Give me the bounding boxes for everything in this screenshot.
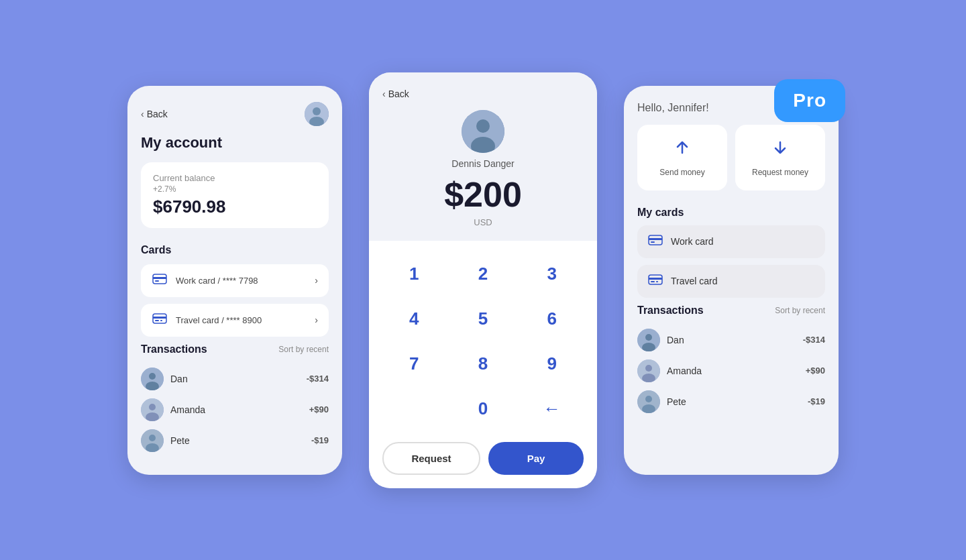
numpad-4[interactable]: 4 <box>382 299 446 339</box>
request-button[interactable]: Request <box>382 442 480 475</box>
back-label: Back <box>147 109 168 119</box>
amanda-avatar <box>141 398 164 421</box>
transaction-dan: Dan -$314 <box>141 363 329 394</box>
pete-avatar <box>141 429 164 452</box>
travel-card-label: Travel card / **** 8900 <box>176 315 307 325</box>
work-card-chevron-icon: › <box>315 275 318 286</box>
top-bar: ‹ Back <box>141 102 329 126</box>
send-back-button[interactable]: ‹ Back <box>382 89 584 99</box>
travel-card-chevron-icon: › <box>315 315 318 325</box>
svg-point-20 <box>476 119 490 133</box>
send-amount: $200 <box>382 174 584 215</box>
send-money-button[interactable]: Send money <box>637 125 727 190</box>
svg-rect-8 <box>155 320 159 321</box>
numpad: 1 2 3 4 5 6 7 8 9 0 ← <box>382 254 584 429</box>
transactions-title: Transactions <box>141 343 207 355</box>
numpad-9[interactable]: 9 <box>520 344 584 384</box>
dan-avatar-3 <box>637 329 660 351</box>
transaction-pete: Pete -$19 <box>141 425 329 456</box>
travel-card-icon-3 <box>648 274 663 288</box>
transaction-amanda: Amanda +$90 <box>141 394 329 425</box>
numpad-0[interactable]: 0 <box>451 389 515 429</box>
recipient-name: Dennis Danger <box>382 158 584 169</box>
svg-rect-7 <box>153 317 166 319</box>
work-card-label-3: Work card <box>671 236 714 247</box>
sort-button[interactable]: Sort by recent <box>278 345 329 354</box>
avatar[interactable] <box>305 102 329 126</box>
transactions-header-3: Transactions Sort by recent <box>637 304 825 317</box>
request-money-label: Request money <box>752 168 808 177</box>
amanda-amount: +$90 <box>309 404 329 414</box>
balance-amount: $6790.98 <box>153 197 317 217</box>
quick-actions: Send money Request money <box>637 125 825 190</box>
cards-section-title: Cards <box>141 244 329 256</box>
tx3-pete: Pete -$19 <box>637 386 825 417</box>
action-row: Request Pay <box>382 442 584 475</box>
amanda-avatar-3 <box>637 359 660 382</box>
pete-name: Pete <box>170 435 305 446</box>
svg-rect-23 <box>649 238 662 240</box>
travel-card-icon <box>152 313 168 327</box>
travel-card-item-3[interactable]: Travel card <box>637 265 825 298</box>
dan-amount: -$314 <box>307 374 329 384</box>
amanda-name-3: Amanda <box>667 366 799 376</box>
numpad-1[interactable]: 1 <box>382 254 446 294</box>
work-card-item-3[interactable]: Work card <box>637 225 825 258</box>
credit-card-icon <box>152 274 168 288</box>
send-money-arrow-icon <box>673 138 692 161</box>
numpad-8[interactable]: 8 <box>451 344 515 384</box>
send-money-label: Send money <box>659 168 704 177</box>
pete-name-3: Pete <box>667 396 801 407</box>
send-money-card: ‹ Back Dennis Danger $200 USD 1 2 3 4 5 … <box>369 72 597 488</box>
numpad-backspace-icon[interactable]: ← <box>520 389 584 429</box>
svg-point-33 <box>645 365 652 372</box>
svg-rect-28 <box>656 281 658 282</box>
pete-avatar-3 <box>637 390 660 413</box>
back-button[interactable]: ‹ Back <box>141 109 168 119</box>
numpad-empty <box>382 389 446 429</box>
transactions-title-3: Transactions <box>637 304 704 317</box>
transactions-header: Transactions Sort by recent <box>141 343 329 355</box>
work-card-item[interactable]: Work card / **** 7798 › <box>141 264 329 297</box>
travel-card-item[interactable]: Travel card / **** 8900 › <box>141 304 329 337</box>
request-money-button[interactable]: Request money <box>735 125 825 190</box>
svg-rect-9 <box>160 320 162 321</box>
my-account-card: ‹ Back My account Current balance +2.7% … <box>127 86 342 475</box>
svg-point-36 <box>645 396 652 402</box>
pay-button[interactable]: Pay <box>488 442 584 475</box>
pete-amount-3: -$19 <box>808 396 825 406</box>
send-currency: USD <box>382 217 584 227</box>
svg-rect-26 <box>649 278 662 280</box>
sort-button-3[interactable]: Sort by recent <box>775 306 825 315</box>
dan-avatar <box>141 368 164 390</box>
tx3-dan: Dan -$314 <box>637 325 825 355</box>
numpad-3[interactable]: 3 <box>520 254 584 294</box>
numpad-7[interactable]: 7 <box>382 344 446 384</box>
amanda-name: Amanda <box>170 404 303 415</box>
tx3-amanda: Amanda +$90 <box>637 355 825 386</box>
page-title: My account <box>141 134 329 152</box>
pete-amount: -$19 <box>311 435 329 445</box>
svg-rect-27 <box>651 281 655 282</box>
amanda-amount-3: +$90 <box>806 366 825 376</box>
dan-name-3: Dan <box>667 335 796 345</box>
numpad-6[interactable]: 6 <box>520 299 584 339</box>
balance-box: Current balance +2.7% $6790.98 <box>141 162 329 228</box>
svg-rect-4 <box>153 277 166 279</box>
dan-amount-3: -$314 <box>803 335 825 345</box>
pro-badge: Pro <box>774 79 845 122</box>
balance-growth: +2.7% <box>153 184 317 194</box>
dashboard-card: Pro Hello, Jennifer! Send money Request … <box>624 86 839 475</box>
numpad-2[interactable]: 2 <box>451 254 515 294</box>
send-back-label: Back <box>388 89 409 99</box>
svg-point-11 <box>149 373 156 380</box>
work-card-icon-3 <box>648 235 663 249</box>
svg-rect-5 <box>155 280 159 282</box>
svg-point-17 <box>149 435 156 441</box>
balance-label: Current balance <box>153 173 317 183</box>
back-chevron-icon: ‹ <box>141 109 144 119</box>
send-back-chevron-icon: ‹ <box>382 89 386 99</box>
numpad-5[interactable]: 5 <box>451 299 515 339</box>
svg-point-14 <box>149 404 156 410</box>
request-money-arrow-icon <box>771 138 790 161</box>
